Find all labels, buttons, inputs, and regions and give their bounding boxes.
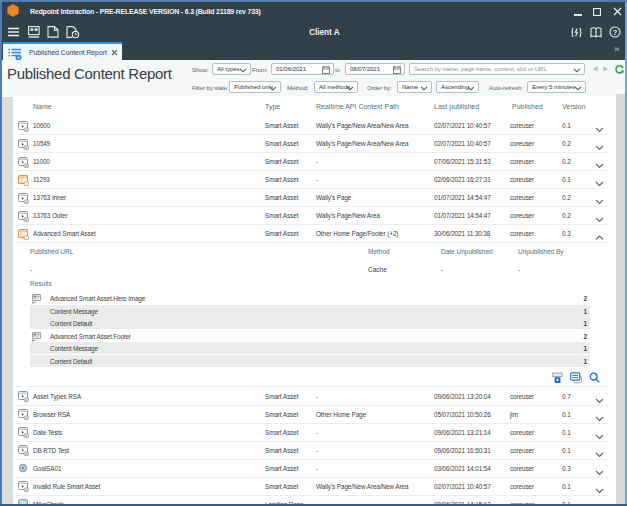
svg-text:?: ? xyxy=(613,28,618,37)
